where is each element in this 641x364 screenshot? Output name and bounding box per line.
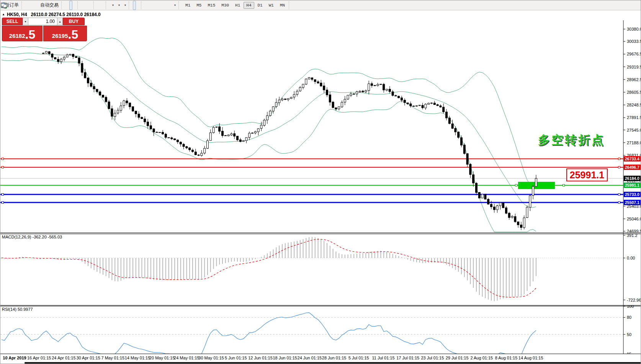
candlestick-chart-button[interactable] <box>69 1 72 10</box>
svg-text:27188.0: 27188.0 <box>627 140 641 145</box>
chart-header: ▲HK50, H426110.0 26274.5 26110.0 26184.0 <box>2 12 101 17</box>
chart-shift-button[interactable] <box>101 1 105 10</box>
buy-price-panel[interactable]: 26195.5 <box>43 26 87 41</box>
time-axis-label: 20 May 01:15 <box>149 356 175 360</box>
periods-button[interactable]: ▾ <box>116 1 121 10</box>
search-button[interactable] <box>633 1 636 10</box>
auto-scroll-button[interactable] <box>98 1 101 10</box>
auto-trading-button[interactable]: 自动交易 <box>37 1 60 10</box>
equidistant-channel-button[interactable]: E <box>157 1 160 10</box>
alerts-button[interactable] <box>33 1 36 10</box>
bar-chart-button[interactable] <box>65 1 69 10</box>
time-axis-label: 12 Jun 01:15 <box>248 356 273 360</box>
svg-text:26496.7: 26496.7 <box>625 165 639 170</box>
mt4-window: 新订单自动交易▾▾▾EFAT▾M1M5M15M30H1H4D1W1MN 3038… <box>0 0 641 364</box>
toolbar-separator <box>61 2 64 9</box>
time-axis[interactable]: 10 Apr 201916 Apr 01:1524 Apr 01:1530 Ap… <box>0 354 641 362</box>
toolbar: 新订单自动交易▾▾▾EFAT▾M1M5M15M30H1H4D1W1MN <box>0 0 641 10</box>
chart-area[interactable]: 30380.030033.529676.529319.528962.528605… <box>0 10 641 364</box>
volume-input[interactable] <box>28 18 57 25</box>
svg-text:100: 100 <box>627 305 634 309</box>
chat-icon <box>0 2 7 9</box>
time-axis-label: 5 Jun 01:15 <box>225 356 247 360</box>
time-axis-label: 8 Aug 01:15 <box>495 356 518 360</box>
timeframe-h1-button[interactable]: H1 <box>232 2 243 9</box>
bottom-scrollbar[interactable] <box>0 362 641 364</box>
zoom-in-button[interactable] <box>82 1 85 10</box>
toolbar-separator <box>178 2 182 9</box>
svg-text:28605.5: 28605.5 <box>627 90 641 95</box>
timeframe-w1-button[interactable]: W1 <box>266 2 276 9</box>
svg-text:27545.0: 27545.0 <box>627 128 641 132</box>
svg-text:30033.5: 30033.5 <box>627 39 641 44</box>
one-click-trading-panel: SELL ▼ ▲ BUY 26182.5 26195.5 <box>2 18 87 41</box>
svg-text:0.00: 0.00 <box>627 256 635 260</box>
sell-price-panel[interactable]: 26182.5 <box>2 26 43 41</box>
time-axis-label: 29 Jul 01:15 <box>446 356 469 360</box>
time-axis-label: 16 Apr 01:15 <box>27 356 51 360</box>
timeframe-m1-button[interactable]: M1 <box>183 2 193 9</box>
time-axis-label: 5 Jul 01:15 <box>348 356 369 360</box>
timeframe-mn-button[interactable]: MN <box>277 2 288 9</box>
time-axis-label: 17 Jul 01:15 <box>396 356 419 360</box>
symbol-timeframe: HK50, H4 <box>7 12 27 17</box>
toolbar-separator <box>21 2 25 9</box>
time-axis-label: 24 Jun 01:15 <box>298 356 322 360</box>
buy-price-frac: .5 <box>68 29 78 40</box>
main-chart[interactable]: 30380.030033.529676.529319.528962.528605… <box>0 20 641 233</box>
trendline-button[interactable] <box>153 1 156 10</box>
caret-down-icon: ▾ <box>112 3 114 7</box>
scrollbar-thumb[interactable] <box>0 362 25 364</box>
svg-text:26184.0: 26184.0 <box>625 176 639 181</box>
time-axis-label: 7 May 01:15 <box>101 356 125 360</box>
text-label-button[interactable]: T <box>168 1 171 10</box>
svg-text:28962.5: 28962.5 <box>627 77 641 82</box>
toolbar-separator <box>129 2 132 9</box>
time-axis-label: 24 May 01:15 <box>174 356 199 360</box>
vertical-line-button[interactable] <box>145 1 148 10</box>
buy-button[interactable]: BUY <box>63 18 85 25</box>
collapse-arrow-icon[interactable]: ▲ <box>2 13 5 16</box>
time-axis-label: 14 Aug 01:15 <box>518 356 543 360</box>
zoom-out-button[interactable] <box>85 1 88 10</box>
svg-text:MACD(12,26,9) -362.20 -565.03: MACD(12,26,9) -362.20 -565.03 <box>2 235 62 239</box>
text-button[interactable]: A <box>164 1 167 10</box>
arrows-button[interactable]: ▾ <box>172 1 177 10</box>
chat-button[interactable] <box>637 1 640 10</box>
time-axis-label: 30 May 01:15 <box>198 356 224 360</box>
time-axis-label: 30 Apr 01:15 <box>76 356 100 360</box>
data-window-button[interactable] <box>29 1 33 10</box>
svg-text:391.2: 391.2 <box>627 233 638 238</box>
volume-down-button[interactable]: ▼ <box>23 18 28 25</box>
svg-text:30380.0: 30380.0 <box>627 27 641 31</box>
templates-button[interactable]: ▾ <box>122 1 128 10</box>
timeframe-h4-button[interactable]: H4 <box>244 2 254 9</box>
line-chart-button[interactable] <box>73 1 76 10</box>
crosshair-button[interactable] <box>137 1 140 10</box>
turning-point-annotation[interactable]: 多空转折点 <box>538 132 605 148</box>
timeframe-d1-button[interactable]: D1 <box>255 2 265 9</box>
sell-button[interactable]: SELL <box>2 18 23 25</box>
buy-price-main: 26195 <box>52 33 68 39</box>
svg-text:25507.1: 25507.1 <box>625 200 639 205</box>
svg-text:27891.5: 27891.5 <box>627 115 641 120</box>
tile-windows-button[interactable] <box>89 1 92 10</box>
timeframe-m5-button[interactable]: M5 <box>194 2 204 9</box>
toolbar-separator <box>77 2 80 9</box>
toolbar-separator <box>106 2 109 9</box>
price-callout-label[interactable]: 25991.1 <box>566 168 608 181</box>
timeframe-m15-button[interactable]: M15 <box>205 2 218 9</box>
fibonacci-button[interactable]: F <box>160 1 164 10</box>
indicators-button[interactable]: ▾ <box>110 1 115 10</box>
sell-price-main: 26182 <box>9 33 25 39</box>
volume-up-button[interactable]: ▲ <box>57 18 63 25</box>
svg-text:-722.96: -722.96 <box>627 298 641 302</box>
svg-text:25733.0: 25733.0 <box>625 192 639 197</box>
cursor-button[interactable] <box>133 1 136 10</box>
market-history-button[interactable] <box>26 1 29 10</box>
svg-text:80: 80 <box>627 315 631 320</box>
macd-panel[interactable]: 391.20.00-722.96MACD(12,26,9) -362.20 -5… <box>0 233 641 305</box>
time-axis-label: 24 Apr 01:15 <box>52 356 75 360</box>
timeframe-m30-button[interactable]: M30 <box>219 2 232 9</box>
horizontal-line-button[interactable] <box>149 1 152 10</box>
